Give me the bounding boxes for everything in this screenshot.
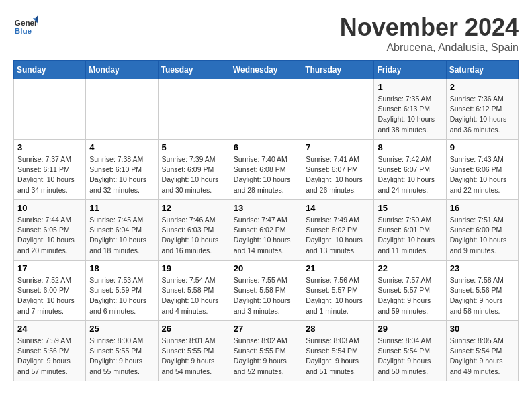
day-number: 29 [378, 324, 442, 334]
day-info: Sunrise: 7:55 AMSunset: 5:58 PMDaylight:… [234, 275, 298, 316]
day-number: 23 [450, 263, 515, 273]
calendar-cell: 30Sunrise: 8:05 AMSunset: 5:54 PMDayligh… [446, 321, 518, 381]
month-title: November 2024 [340, 13, 519, 42]
day-info: Sunrise: 7:54 AMSunset: 5:58 PMDaylight:… [162, 275, 226, 316]
calendar-cell: 9Sunrise: 7:43 AMSunset: 6:06 PMDaylight… [446, 140, 518, 200]
day-number: 17 [17, 263, 82, 273]
day-info: Sunrise: 7:43 AMSunset: 6:06 PMDaylight:… [450, 154, 515, 195]
day-info: Sunrise: 8:03 AMSunset: 5:54 PMDaylight:… [306, 336, 370, 377]
calendar-cell [230, 79, 302, 140]
day-info: Sunrise: 7:53 AMSunset: 5:59 PMDaylight:… [89, 275, 154, 316]
calendar-cell: 25Sunrise: 8:00 AMSunset: 5:55 PMDayligh… [86, 321, 158, 381]
calendar-cell: 23Sunrise: 7:58 AMSunset: 5:56 PMDayligh… [446, 261, 518, 321]
day-number: 4 [89, 142, 154, 152]
calendar-week: 24Sunrise: 7:59 AMSunset: 5:56 PMDayligh… [14, 321, 519, 381]
calendar-cell: 6Sunrise: 7:40 AMSunset: 6:08 PMDaylight… [230, 140, 302, 200]
day-info: Sunrise: 7:57 AMSunset: 5:57 PMDaylight:… [378, 275, 442, 316]
day-info: Sunrise: 7:58 AMSunset: 5:56 PMDaylight:… [450, 275, 515, 316]
day-number: 9 [450, 142, 515, 152]
calendar-cell: 16Sunrise: 7:51 AMSunset: 6:00 PMDayligh… [446, 200, 518, 261]
calendar-table: SundayMondayTuesdayWednesdayThursdayFrid… [13, 60, 519, 381]
calendar-week: 3Sunrise: 7:37 AMSunset: 6:11 PMDaylight… [14, 140, 519, 200]
calendar-cell: 20Sunrise: 7:55 AMSunset: 5:58 PMDayligh… [230, 261, 302, 321]
day-number: 16 [450, 203, 515, 213]
svg-text:Blue: Blue [15, 26, 32, 35]
title-area: November 2024 Abrucena, Andalusia, Spain [340, 13, 519, 54]
calendar-cell: 4Sunrise: 7:38 AMSunset: 6:10 PMDaylight… [86, 140, 158, 200]
day-number: 14 [306, 203, 370, 213]
day-number: 5 [162, 142, 226, 152]
calendar-cell: 11Sunrise: 7:45 AMSunset: 6:04 PMDayligh… [86, 200, 158, 261]
day-info: Sunrise: 8:04 AMSunset: 5:54 PMDaylight:… [378, 336, 442, 377]
calendar-cell: 24Sunrise: 7:59 AMSunset: 5:56 PMDayligh… [14, 321, 86, 381]
day-number: 15 [378, 203, 442, 213]
header-day: Friday [374, 61, 446, 79]
day-info: Sunrise: 7:40 AMSunset: 6:08 PMDaylight:… [234, 154, 298, 195]
day-number: 2 [450, 82, 515, 92]
calendar-cell: 13Sunrise: 7:47 AMSunset: 6:02 PMDayligh… [230, 200, 302, 261]
header-day: Tuesday [158, 61, 230, 79]
calendar-cell [14, 79, 86, 140]
day-info: Sunrise: 7:46 AMSunset: 6:03 PMDaylight:… [162, 215, 226, 256]
day-number: 18 [89, 263, 154, 273]
day-number: 24 [17, 324, 82, 334]
calendar-cell [86, 79, 158, 140]
header-row: SundayMondayTuesdayWednesdayThursdayFrid… [14, 61, 519, 79]
logo-icon: General Blue [13, 13, 38, 38]
day-number: 6 [234, 142, 298, 152]
header-day: Wednesday [230, 61, 302, 79]
day-info: Sunrise: 7:39 AMSunset: 6:09 PMDaylight:… [162, 154, 226, 195]
calendar-cell: 14Sunrise: 7:49 AMSunset: 6:02 PMDayligh… [302, 200, 374, 261]
calendar-cell: 3Sunrise: 7:37 AMSunset: 6:11 PMDaylight… [14, 140, 86, 200]
calendar-cell: 7Sunrise: 7:41 AMSunset: 6:07 PMDaylight… [302, 140, 374, 200]
day-info: Sunrise: 7:51 AMSunset: 6:00 PMDaylight:… [450, 215, 515, 256]
day-number: 1 [378, 82, 442, 92]
calendar-week: 17Sunrise: 7:52 AMSunset: 6:00 PMDayligh… [14, 261, 519, 321]
day-info: Sunrise: 8:05 AMSunset: 5:54 PMDaylight:… [450, 336, 515, 377]
day-number: 26 [162, 324, 226, 334]
header-day: Saturday [446, 61, 518, 79]
day-number: 19 [162, 263, 226, 273]
day-info: Sunrise: 7:52 AMSunset: 6:00 PMDaylight:… [17, 275, 82, 316]
logo: General Blue [13, 13, 38, 38]
calendar-cell: 21Sunrise: 7:56 AMSunset: 5:57 PMDayligh… [302, 261, 374, 321]
calendar-cell: 8Sunrise: 7:42 AMSunset: 6:07 PMDaylight… [374, 140, 446, 200]
day-number: 28 [306, 324, 370, 334]
calendar-cell: 1Sunrise: 7:35 AMSunset: 6:13 PMDaylight… [374, 79, 446, 140]
header-day: Sunday [14, 61, 86, 79]
day-info: Sunrise: 7:59 AMSunset: 5:56 PMDaylight:… [17, 336, 82, 377]
day-info: Sunrise: 7:56 AMSunset: 5:57 PMDaylight:… [306, 275, 370, 316]
calendar-cell: 28Sunrise: 8:03 AMSunset: 5:54 PMDayligh… [302, 321, 374, 381]
calendar-cell [302, 79, 374, 140]
day-info: Sunrise: 7:38 AMSunset: 6:10 PMDaylight:… [89, 154, 154, 195]
calendar-cell: 12Sunrise: 7:46 AMSunset: 6:03 PMDayligh… [158, 200, 230, 261]
calendar-cell [158, 79, 230, 140]
day-info: Sunrise: 7:42 AMSunset: 6:07 PMDaylight:… [378, 154, 442, 195]
day-info: Sunrise: 8:00 AMSunset: 5:55 PMDaylight:… [89, 336, 154, 377]
day-number: 11 [89, 203, 154, 213]
header-day: Monday [86, 61, 158, 79]
calendar-cell: 29Sunrise: 8:04 AMSunset: 5:54 PMDayligh… [374, 321, 446, 381]
day-number: 12 [162, 203, 226, 213]
calendar-cell: 22Sunrise: 7:57 AMSunset: 5:57 PMDayligh… [374, 261, 446, 321]
day-number: 21 [306, 263, 370, 273]
day-info: Sunrise: 7:50 AMSunset: 6:01 PMDaylight:… [378, 215, 442, 256]
day-number: 8 [378, 142, 442, 152]
calendar-cell: 2Sunrise: 7:36 AMSunset: 6:12 PMDaylight… [446, 79, 518, 140]
day-info: Sunrise: 7:44 AMSunset: 6:05 PMDaylight:… [17, 215, 82, 256]
calendar-week: 1Sunrise: 7:35 AMSunset: 6:13 PMDaylight… [14, 79, 519, 140]
day-number: 3 [17, 142, 82, 152]
calendar-cell: 26Sunrise: 8:01 AMSunset: 5:55 PMDayligh… [158, 321, 230, 381]
day-info: Sunrise: 8:02 AMSunset: 5:55 PMDaylight:… [234, 336, 298, 377]
day-number: 27 [234, 324, 298, 334]
calendar-cell: 10Sunrise: 7:44 AMSunset: 6:05 PMDayligh… [14, 200, 86, 261]
header-day: Thursday [302, 61, 374, 79]
calendar-week: 10Sunrise: 7:44 AMSunset: 6:05 PMDayligh… [14, 200, 519, 261]
calendar-cell: 27Sunrise: 8:02 AMSunset: 5:55 PMDayligh… [230, 321, 302, 381]
day-number: 30 [450, 324, 515, 334]
day-number: 22 [378, 263, 442, 273]
calendar-cell: 18Sunrise: 7:53 AMSunset: 5:59 PMDayligh… [86, 261, 158, 321]
calendar-cell: 17Sunrise: 7:52 AMSunset: 6:00 PMDayligh… [14, 261, 86, 321]
day-info: Sunrise: 7:41 AMSunset: 6:07 PMDaylight:… [306, 154, 370, 195]
calendar-cell: 15Sunrise: 7:50 AMSunset: 6:01 PMDayligh… [374, 200, 446, 261]
